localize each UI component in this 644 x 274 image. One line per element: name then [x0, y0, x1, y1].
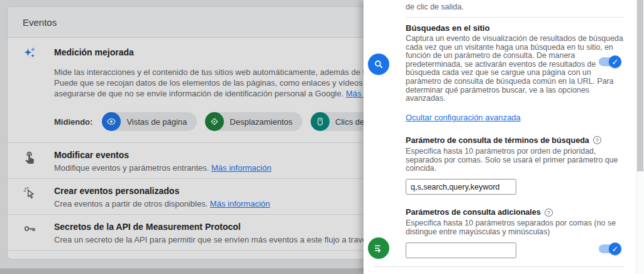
panel-scrollbar[interactable]	[636, 0, 644, 274]
enhanced-measurement-panel: de clic de salida. Búsquedas en el sitio…	[364, 0, 644, 274]
divider	[374, 266, 624, 267]
form-icon	[368, 237, 389, 259]
site-search-toggle[interactable]	[597, 55, 621, 68]
search-term-param-desc: Especifica hasta 10 parámetros por orden…	[406, 147, 625, 173]
help-icon[interactable]	[593, 136, 601, 144]
site-search-description: Captura un evento de visualización de re…	[406, 35, 625, 103]
toggle-check-icon	[609, 243, 621, 255]
hide-advanced-settings-link[interactable]: Ocultar configuración avanzada	[406, 113, 521, 122]
search-term-param-input[interactable]	[406, 179, 516, 195]
scrollbar-thumb[interactable]	[637, 0, 643, 171]
additional-params-label: Parámetros de consulta adicionales	[406, 208, 624, 217]
search-icon	[368, 54, 389, 75]
site-search-title: Búsquedas en el sitio	[406, 23, 624, 33]
additional-params-desc: Especifica hasta 10 parámetros separados…	[406, 219, 625, 237]
toggle-check-icon	[609, 55, 621, 68]
help-icon[interactable]	[545, 208, 553, 217]
additional-params-input[interactable]	[406, 243, 516, 258]
search-term-param-label: Parámetro de consulta de términos de bús…	[406, 136, 624, 145]
outbound-clicks-desc-tail: de clic de salida.	[406, 3, 624, 11]
form-interactions-toggle[interactable]	[597, 243, 621, 255]
divider	[406, 17, 624, 18]
